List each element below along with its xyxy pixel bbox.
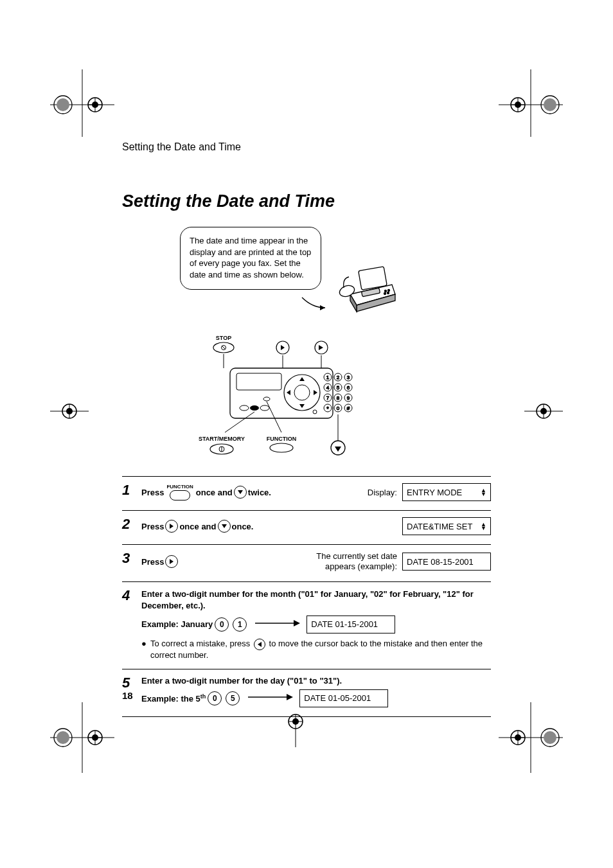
svg-text:2: 2: [337, 375, 340, 380]
svg-point-35: [544, 731, 556, 744]
step-number: 1: [122, 483, 141, 497]
step-text: Press: [141, 557, 164, 567]
step-text: twice.: [248, 488, 271, 497]
svg-point-21: [537, 404, 551, 418]
svg-point-48: [385, 290, 387, 292]
crop-mark-bottom-right: [499, 702, 563, 773]
svg-point-2: [54, 96, 72, 114]
example-label: Example: January: [141, 619, 213, 629]
lcd-display: DATE 01-15-2001: [306, 616, 395, 633]
svg-point-11: [544, 98, 556, 111]
svg-point-70: [294, 385, 310, 400]
svg-point-50: [384, 293, 386, 295]
svg-text:4: 4: [326, 385, 330, 391]
svg-point-13: [515, 102, 521, 108]
page-number: 18: [122, 690, 133, 701]
svg-point-29: [92, 734, 98, 741]
svg-rect-45: [359, 267, 387, 290]
svg-text:#: #: [347, 405, 350, 411]
svg-text:7: 7: [326, 395, 330, 401]
svg-rect-64: [236, 373, 281, 390]
arrow-right-icon: [255, 619, 300, 630]
function-button-icon: FUNCTION: [166, 484, 193, 500]
example-label: Example: the 5th: [141, 693, 206, 704]
svg-text:3: 3: [347, 375, 350, 380]
step-note: The currently set dateappears (example):: [316, 551, 397, 572]
keypad-1-icon: 1: [233, 617, 247, 632]
step-5: 5 Enter a two-digit number for the day (…: [122, 669, 491, 717]
crop-mark-mid-right: [524, 398, 563, 424]
svg-text:0: 0: [337, 405, 340, 411]
lcd-display: DATE&TIME SET ▲▼: [402, 517, 491, 535]
step-text: once and: [179, 522, 216, 531]
right-arrow-icon: [165, 555, 178, 568]
running-head: Setting the Date and Time: [122, 141, 491, 153]
lcd-display: DATE 08-15-2001: [402, 553, 491, 571]
svg-point-37: [515, 734, 521, 741]
svg-text:5: 5: [337, 385, 340, 391]
control-panel-diagram: STOP: [122, 330, 491, 471]
svg-point-28: [88, 731, 102, 745]
step-text: Enter a two-digit number for the month (…: [141, 589, 491, 612]
svg-point-5: [92, 102, 98, 108]
step-number: 5: [122, 676, 141, 690]
svg-text:9: 9: [347, 395, 350, 401]
svg-point-66: [250, 405, 259, 411]
lcd-display: ENTRY MODE ▲▼: [402, 483, 491, 501]
display-label: Display:: [368, 488, 397, 497]
right-arrow-icon: [165, 520, 178, 533]
keypad-0-icon: 0: [215, 617, 229, 632]
svg-point-41: [292, 718, 299, 725]
step-4: 4 Enter a two-digit number for the month…: [122, 581, 491, 669]
svg-marker-44: [320, 305, 325, 310]
svg-text:FUNCTION: FUNCTION: [267, 436, 297, 442]
crop-mark-top-right: [499, 69, 563, 140]
crop-mark-mid-left: [50, 398, 89, 424]
svg-marker-112: [294, 620, 300, 626]
step-3: 3 Press The currently set dateappears (e…: [122, 544, 491, 581]
crop-mark-bottom-left: [50, 702, 114, 773]
svg-point-12: [511, 98, 525, 112]
keypad-0-icon: 0: [208, 691, 222, 705]
svg-text:1: 1: [326, 375, 330, 380]
step-1: 1 Press FUNCTION once and twice. Display…: [122, 476, 491, 510]
svg-text:6: 6: [347, 385, 350, 391]
svg-point-10: [541, 96, 559, 114]
svg-point-51: [387, 292, 389, 294]
down-arrow-icon: [218, 520, 231, 533]
svg-point-17: [62, 404, 76, 418]
svg-point-108: [270, 443, 293, 452]
svg-point-36: [511, 731, 525, 745]
svg-text:START/MEMORY: START/MEMORY: [199, 436, 245, 442]
step-text: Enter a two-digit number for the day ("0…: [141, 676, 491, 686]
updown-icon: ▲▼: [481, 522, 486, 530]
step-bullet: ● To correct a mistake, press to move th…: [141, 639, 491, 660]
keypad-5-icon: 5: [226, 691, 240, 705]
page-title: Setting the Date and Time: [122, 191, 491, 211]
updown-icon: ▲▼: [481, 488, 486, 496]
lcd-display: DATE 01-05-2001: [299, 689, 388, 707]
svg-marker-114: [287, 694, 293, 700]
fax-machine-icon: [331, 259, 402, 319]
svg-point-22: [540, 408, 547, 414]
down-arrow-icon: [234, 486, 247, 499]
intro-bubble: The date and time appear in the display …: [180, 227, 321, 290]
svg-point-34: [541, 729, 559, 747]
svg-point-3: [57, 98, 69, 111]
step-number: 3: [122, 551, 141, 565]
svg-text:STOP: STOP: [216, 335, 231, 341]
step-text: once.: [232, 522, 254, 531]
step-number: 2: [122, 517, 141, 531]
svg-point-26: [54, 729, 72, 747]
svg-text:*: *: [326, 405, 329, 412]
svg-point-4: [88, 98, 102, 112]
svg-point-49: [388, 290, 390, 292]
step-text: Press: [141, 522, 164, 531]
svg-text:8: 8: [337, 395, 340, 401]
step-number: 4: [122, 589, 141, 603]
crop-mark-top-left: [50, 69, 114, 140]
step-text: Press: [141, 488, 164, 497]
svg-point-27: [57, 731, 69, 744]
bubble-tail-icon: [301, 296, 326, 314]
left-arrow-icon: [254, 639, 265, 650]
